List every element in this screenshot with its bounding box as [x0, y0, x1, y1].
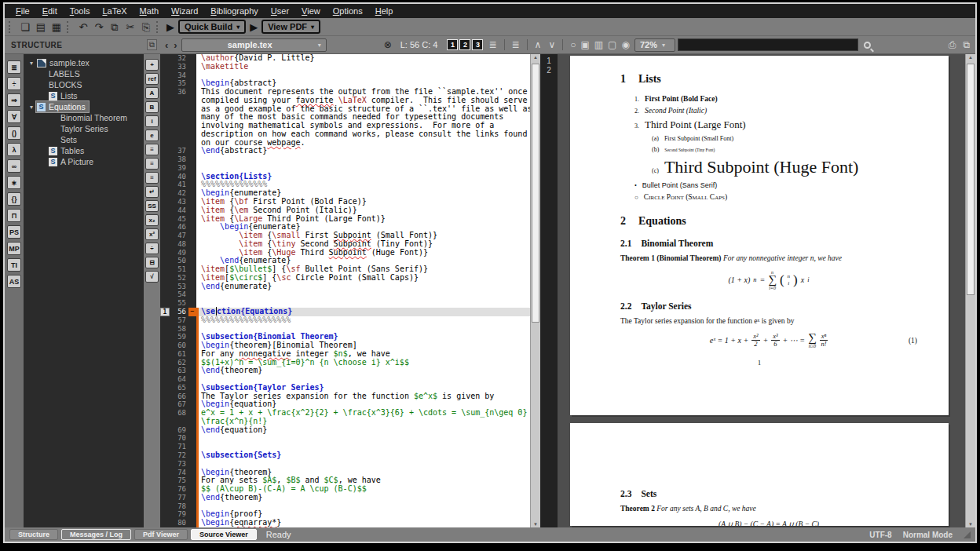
quick-build-run-icon[interactable]: ▶ — [166, 21, 174, 33]
menu-tools[interactable]: Tools — [64, 6, 97, 16]
pdf-toc-icon[interactable]: ≣ — [510, 39, 522, 50]
status-button-structure[interactable]: Structure — [9, 529, 58, 540]
editor-row[interactable]: 33\maketitle — [160, 63, 530, 71]
metapost-icon[interactable]: MP — [7, 242, 21, 255]
pstricks-icon[interactable]: PS — [7, 225, 21, 239]
open-icon[interactable]: ▤ — [33, 20, 49, 35]
forward-chevron-icon[interactable]: › — [172, 39, 178, 51]
editor-row[interactable]: 57%%%%%%%%%%%%%%%%%%% — [160, 316, 530, 325]
logic-icon[interactable]: ∀ — [7, 110, 21, 123]
quick-build-dropdown[interactable]: Quick Build ▾ — [178, 20, 246, 34]
structure-item-binomial-theorem[interactable]: Binomial Theorem — [24, 112, 144, 123]
bookmark-2-icon[interactable]: 2 — [459, 39, 470, 50]
newline-icon[interactable]: ↵ — [145, 186, 159, 198]
scroll-up-icon[interactable]: ▲ — [966, 55, 975, 60]
editor-row[interactable]: 54 — [160, 290, 530, 299]
editor-row[interactable]: 72\subsection{Sets} — [160, 451, 530, 460]
redo-icon[interactable]: ↷ — [91, 20, 107, 35]
misc-math-icon[interactable]: ∞ — [7, 159, 21, 173]
pdf-page-list-item[interactable]: 1 — [547, 57, 551, 65]
editor-row[interactable]: 80\begin{eqnarray*} — [160, 519, 530, 527]
cut-icon[interactable]: ✂ — [122, 20, 138, 35]
menu-edit[interactable]: Edit — [36, 6, 64, 16]
misc-symbols-icon[interactable]: ∗ — [7, 176, 21, 189]
menu-options[interactable]: Options — [327, 6, 369, 16]
structure-list-icon[interactable]: ≣ — [486, 39, 499, 50]
original-size-icon[interactable]: ○ — [568, 39, 578, 50]
zoom-icon[interactable]: ▣ — [578, 39, 591, 50]
structure-item-lists[interactable]: SLists — [24, 90, 144, 101]
menu-wizard[interactable]: Wizard — [165, 6, 204, 16]
pdf-scrollbar-thumb[interactable] — [967, 64, 975, 295]
editor-row[interactable]: 38 — [160, 155, 530, 164]
status-button-source-viewer[interactable]: Source Viewer — [191, 529, 257, 540]
editor-row[interactable]: 69\end{equation} — [160, 426, 530, 435]
structure-item-blocks[interactable]: BLOCKS — [24, 79, 144, 90]
bookmark-1-icon[interactable]: 1 — [447, 39, 458, 50]
frac-icon[interactable]: ÷ — [145, 243, 159, 254]
close-document-icon[interactable]: ⊗ — [384, 39, 392, 50]
view-pdf-run-icon[interactable]: ▶ — [250, 21, 258, 33]
detach-panel-icon[interactable]: ⧉ — [147, 39, 157, 50]
open-file-dropdown[interactable]: sample.tex ▾ — [181, 38, 327, 52]
italic-icon[interactable]: i — [145, 115, 159, 127]
zoom-level-dropdown[interactable]: 72% ▾ — [634, 38, 675, 52]
editor-scrollbar-thumb[interactable] — [532, 64, 539, 323]
scroll-up-icon[interactable]: ▲ — [531, 55, 540, 60]
editor-scrollbar[interactable]: ▲ ▼ — [530, 54, 540, 527]
menu-bibliography[interactable]: Bibliography — [204, 6, 265, 16]
structure-item-a-picture[interactable]: SA Picture — [24, 156, 144, 167]
copy-icon[interactable]: ⧉ — [107, 20, 122, 35]
toolbar-grip[interactable] — [156, 21, 161, 33]
next-page-icon[interactable]: ∨ — [546, 39, 558, 50]
pdf-search-input[interactable] — [678, 38, 858, 51]
align-right-icon[interactable]: ≡ — [145, 172, 159, 184]
greek-icon[interactable]: λ — [7, 143, 21, 156]
label-icon[interactable]: + — [145, 59, 159, 71]
arrows-icon[interactable]: ⇒ — [7, 93, 21, 107]
previous-page-icon[interactable]: ∧ — [532, 39, 544, 50]
fit-width-icon[interactable]: ▥ — [592, 39, 605, 50]
fit-page-icon[interactable]: ▢ — [605, 39, 619, 50]
menu-latex[interactable]: LaTeX — [96, 6, 133, 16]
editor-row[interactable]: 63\end{theorem} — [160, 367, 530, 375]
editor-row[interactable]: 53\end{enumerate} — [160, 283, 530, 291]
toolbar-grip[interactable] — [67, 21, 71, 33]
delimiters-icon[interactable]: () — [7, 126, 21, 140]
print-icon[interactable]: ⎙ — [946, 39, 959, 50]
editor-row[interactable]: 77\end{theorem} — [160, 494, 530, 502]
sqrt-icon[interactable]: √ — [145, 271, 159, 283]
scroll-down-icon[interactable]: ▼ — [531, 522, 540, 527]
most-used-icon[interactable]: ≣ — [7, 60, 21, 74]
new-document-icon[interactable]: ❏ — [17, 20, 33, 35]
subscript-icon[interactable]: x₂ — [145, 214, 159, 226]
align-center-icon[interactable]: ≡ — [145, 158, 159, 170]
editor-code[interactable]: 32\author{David P. Little}33\maketitle34… — [160, 54, 530, 527]
structure-item-labels[interactable]: LABELS — [24, 68, 144, 79]
special-icon[interactable]: ⊓ — [7, 209, 21, 222]
structure-item-sets[interactable]: Sets — [24, 134, 144, 145]
accents-icon[interactable]: {} — [7, 192, 21, 206]
source-editor[interactable]: 32\author{David P. Little}33\maketitle34… — [160, 54, 540, 527]
status-button-messages-log[interactable]: Messages / Log — [61, 529, 131, 540]
resize-grip[interactable] — [964, 531, 971, 538]
operators-icon[interactable]: ÷ — [7, 77, 21, 90]
editor-row[interactable]: 70 — [160, 434, 530, 443]
toolbar-grip[interactable] — [9, 21, 13, 33]
paste-icon[interactable]: ⎘ — [138, 20, 154, 35]
structure-item-equations[interactable]: ▾SEquations — [24, 101, 144, 112]
align-left-icon[interactable]: ≡ — [145, 144, 159, 155]
save-icon[interactable]: ▦ — [49, 20, 64, 35]
menu-user[interactable]: User — [265, 6, 295, 16]
view-pdf-dropdown[interactable]: View PDF ▾ — [261, 20, 320, 34]
dfrac-icon[interactable]: ⊟ — [145, 257, 159, 268]
back-chevron-icon[interactable]: ‹ — [163, 39, 170, 51]
structure-item-tables[interactable]: STables — [24, 145, 144, 156]
editor-row[interactable]: 37\end{abstract} — [160, 147, 530, 155]
scroll-down-icon[interactable]: ▼ — [966, 522, 975, 527]
ref-icon[interactable]: ref — [145, 73, 159, 85]
undo-icon[interactable]: ↶ — [75, 20, 91, 35]
bookmark-3-icon[interactable]: 3 — [472, 39, 483, 50]
detach-pdf-icon[interactable]: ⧉ — [960, 39, 972, 50]
presentation-icon[interactable]: ◉ — [619, 39, 631, 50]
